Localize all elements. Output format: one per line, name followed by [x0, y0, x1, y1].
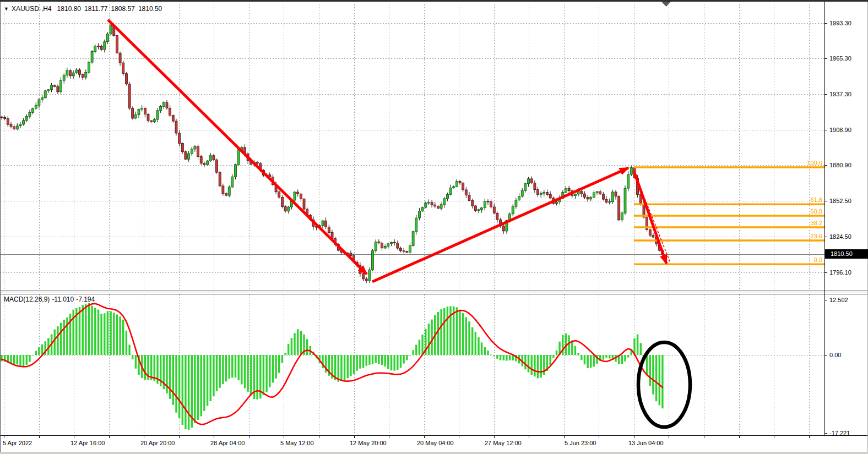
- chart-canvas[interactable]: 100.061.850.038.223.60.01993.301965.3019…: [0, 0, 868, 454]
- macd-bar: [169, 355, 171, 399]
- candle: [200, 155, 202, 165]
- candle: [25, 114, 28, 122]
- macd-bar: [94, 308, 96, 355]
- macd-bar: [649, 355, 651, 386]
- macd-bar: [412, 350, 414, 355]
- macd-bar: [297, 329, 299, 355]
- time-tick-label: 5 May 12:00: [280, 440, 314, 446]
- candle: [540, 192, 542, 198]
- candle: [605, 196, 607, 204]
- candle: [197, 144, 199, 160]
- macd-bar: [213, 355, 214, 396]
- macd-bar: [269, 355, 270, 387]
- candle: [175, 119, 177, 136]
- fib-level-label: 0.0: [814, 256, 822, 263]
- macd-bar: [419, 340, 420, 355]
- macd-bar: [475, 332, 476, 355]
- candle: [156, 108, 159, 122]
- time-axis-line: [0, 435, 868, 436]
- candle: [468, 192, 470, 201]
- candle: [219, 171, 221, 187]
- macd-bar: [300, 331, 302, 355]
- price-tick-label: 1824.50: [829, 233, 851, 240]
- macd-bar: [122, 320, 124, 355]
- macd-bar: [79, 307, 80, 355]
- candle: [128, 82, 131, 110]
- macd-bar: [178, 355, 180, 418]
- price-tick-label: 1993.30: [829, 20, 851, 26]
- macd-bar: [556, 351, 557, 355]
- macd-bar: [440, 309, 442, 355]
- macd-bar: [459, 310, 460, 355]
- fib-level-label: 100.0: [807, 160, 822, 166]
- macd-bar: [88, 303, 90, 355]
- time-tick-label: 20 Apr 20:00: [140, 440, 175, 446]
- macd-bar: [528, 355, 529, 373]
- candle: [397, 240, 399, 250]
- macd-bar: [421, 335, 423, 355]
- candle: [455, 179, 458, 188]
- price-tick-label: 1796.10: [829, 269, 851, 276]
- macd-bar: [468, 321, 470, 355]
- macd-bar: [534, 355, 535, 376]
- macd-bar: [359, 355, 361, 369]
- macd-bar: [35, 351, 37, 355]
- candle: [231, 174, 234, 188]
- candle: [615, 190, 617, 199]
- macd-bar: [568, 335, 569, 355]
- candle: [91, 50, 93, 64]
- macd-bar: [540, 355, 542, 378]
- candle: [235, 164, 237, 179]
- macd-bar: [32, 355, 34, 355]
- candle: [437, 205, 439, 209]
- candle: [409, 242, 411, 254]
- macd-bar: [210, 355, 211, 401]
- trend-arrow[interactable]: [634, 171, 666, 264]
- price-tick-label: 1880.90: [829, 162, 851, 168]
- candle: [194, 145, 196, 152]
- macd-bar: [347, 355, 349, 378]
- time-tick-label: 5 Jun 23:00: [565, 440, 596, 446]
- trend-arrow[interactable]: [372, 168, 628, 282]
- candle: [362, 273, 365, 282]
- macd-bar: [372, 355, 373, 364]
- candle: [172, 115, 174, 123]
- candle: [627, 171, 630, 191]
- candle: [134, 112, 137, 119]
- candle: [546, 189, 549, 196]
- macd-bar: [366, 355, 367, 366]
- macd-bar: [587, 355, 588, 368]
- macd-bar: [378, 355, 379, 364]
- macd-bar: [478, 337, 479, 355]
- candle: [481, 207, 483, 212]
- trend-arrow[interactable]: [108, 20, 367, 274]
- candle: [543, 190, 545, 196]
- time-tick-label: 12 Apr 16:00: [70, 440, 105, 446]
- macd-bar: [272, 355, 274, 382]
- macd-bar: [244, 355, 246, 389]
- macd-bar: [23, 355, 24, 368]
- candle: [487, 199, 489, 205]
- time-tick-label: 13 Jun 04:00: [628, 440, 664, 446]
- candle: [222, 184, 224, 196]
- macd-bar: [353, 355, 355, 374]
- candle: [138, 108, 140, 118]
- candle: [574, 194, 576, 199]
- candle: [474, 205, 476, 212]
- macd-bar: [652, 355, 654, 395]
- current-bar-marker[interactable]: [661, 2, 671, 7]
- candle: [150, 120, 153, 123]
- candle: [630, 166, 632, 176]
- price-tick-label: 1937.30: [829, 91, 851, 97]
- macd-bar: [216, 355, 218, 391]
- time-tick-label: 27 May 12:00: [485, 440, 522, 446]
- macd-bar: [17, 355, 18, 365]
- candle: [63, 73, 65, 84]
- macd-bar: [344, 355, 345, 380]
- candle: [51, 83, 53, 92]
- candle: [471, 199, 474, 209]
- macd-bar: [222, 355, 224, 384]
- candle: [440, 203, 442, 210]
- macd-bar: [175, 355, 177, 413]
- macd-bar: [207, 355, 208, 406]
